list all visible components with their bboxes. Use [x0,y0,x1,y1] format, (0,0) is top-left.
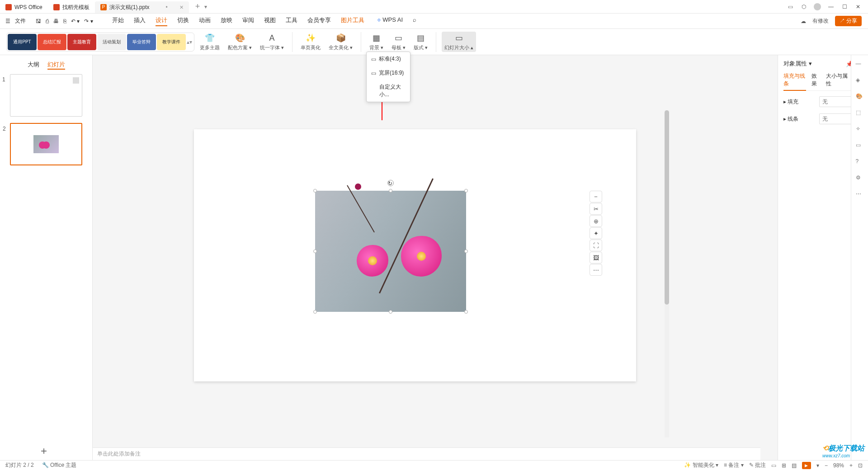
wps-ai-button[interactable]: ⟡ WPS AI [377,16,403,26]
vertical-scrollbar[interactable] [665,110,669,437]
menu-slideshow[interactable]: 放映 [221,16,232,26]
slideshow-icon[interactable]: ▶ [802,462,811,469]
tool-style-icon[interactable]: 🎨 [856,93,864,101]
undo-icon[interactable]: ↶ ▾ [71,18,80,24]
picture-icon[interactable]: 🖼 [590,252,602,263]
collapse-icon[interactable]: — [856,61,864,69]
view-reading-icon[interactable]: ▤ [792,462,797,469]
single-page-beautify[interactable]: ✨单页美化 [298,32,323,52]
template-theme[interactable]: 主题教育 [67,34,96,50]
redo-icon[interactable]: ↷ ▾ [84,18,93,24]
full-beautify[interactable]: 📦全文美化 ▾ [326,32,355,52]
master-button[interactable]: ▭母板 ▾ [389,32,408,52]
handle-n[interactable] [389,189,392,193]
crop-icon[interactable]: ✂ [590,203,602,215]
minimize-icon[interactable]: — [827,3,835,10]
new-tab-button[interactable]: + [195,2,200,11]
fill-label[interactable]: ▸ 填充 [783,98,798,106]
notes-toggle[interactable]: ≡ 备注 ▾ [724,461,744,469]
cloud-sync-icon[interactable]: ☁ [801,18,806,24]
template-scroll[interactable]: ▴▾ [187,34,193,50]
menu-review[interactable]: 审阅 [242,16,254,26]
zoom-out-icon[interactable]: − [590,191,602,202]
thumbnail-1[interactable]: 1 [10,74,82,117]
menu-transition[interactable]: 切换 [177,16,189,26]
menu-view[interactable]: 视图 [264,16,276,26]
line-label[interactable]: ▸ 线条 [783,115,798,123]
size-widescreen[interactable]: ▭宽屏(16:9) [367,66,410,80]
save-icon[interactable]: 🖫 [36,18,41,24]
scrollbar-thumb[interactable] [665,110,669,305]
more-icon[interactable]: ⋯ [590,264,602,276]
menu-icon[interactable]: ☰ [5,18,10,24]
maximize-icon[interactable]: ☐ [841,3,848,10]
tool-diamond-icon[interactable]: ◈ [856,77,864,85]
menu-insert[interactable]: 插入 [134,16,146,26]
handle-sw[interactable] [313,310,317,314]
menu-start[interactable]: 开始 [112,16,124,26]
add-slide-button[interactable]: + [41,445,47,457]
slide-size-button[interactable]: ▭幻灯片大小 ▴ [442,32,476,52]
template-event[interactable]: 活动策划 [97,34,126,50]
unify-font-button[interactable]: A统一字体 ▾ [257,32,287,52]
tool-ai-icon[interactable]: ✧ [856,126,864,134]
tool-more-icon[interactable]: ⋯ [856,191,864,199]
color-scheme-button[interactable]: 🎨配色方案 ▾ [225,32,255,52]
zoom-level[interactable]: 98% [833,462,844,469]
smart-beautify[interactable]: ✨ 智能美化 ▾ [684,461,718,469]
print-icon[interactable]: 🖶 [53,18,59,24]
template-graduation[interactable]: 毕业答辩 [127,34,156,50]
menu-tools[interactable]: 工具 [286,16,297,26]
close-icon[interactable]: ✕ [854,3,862,10]
fit-icon[interactable]: ⊡ [858,462,863,469]
close-tab-icon[interactable]: ✕ [179,5,184,10]
background-button[interactable]: ▦背景 ▾ [367,32,386,52]
selected-image[interactable] [315,191,466,312]
thumbnail-2[interactable]: 2 [10,123,82,165]
tool-plugin-icon[interactable]: ⚙ [856,174,864,183]
zoom-out-btn[interactable]: − [825,462,828,469]
preview-icon[interactable]: ⎘ [63,18,66,24]
view-normal-icon[interactable]: ▭ [771,462,776,469]
size-custom[interactable]: 自定义大小... [367,80,410,102]
tool-help-icon[interactable]: ? [856,158,864,166]
menu-member[interactable]: 会员专享 [307,16,331,26]
tab-wps-office[interactable]: WPS Office [0,1,48,13]
handle-s[interactable] [389,310,392,314]
handle-e[interactable] [464,249,468,253]
panel-title[interactable]: 对象属性 ▾ [783,60,812,68]
menu-design[interactable]: 设计 [156,16,167,26]
comments-toggle[interactable]: ✎ 批注 [749,461,766,469]
magic-icon[interactable]: ✦ [590,227,602,239]
zoom-in-btn[interactable]: + [849,462,853,469]
handle-se[interactable] [464,310,468,314]
outline-tab[interactable]: 大纲 [28,61,39,70]
window-layout-icon[interactable]: ▭ [787,3,794,10]
fullscreen-icon[interactable]: ⛶ [590,240,602,251]
notes-area[interactable]: 单击此处添加备注 [93,447,760,460]
rotate-handle[interactable]: ↻ [387,180,394,186]
more-themes-button[interactable]: 👕更多主题 [197,32,222,52]
slide-canvas[interactable]: ↻ [194,129,636,381]
cube-icon[interactable]: ⬡ [800,3,807,10]
tab-current-doc[interactable]: P 演示文稿(1).pptx • ✕ [95,1,189,13]
tool-panel-icon[interactable]: ▭ [856,142,864,150]
handle-nw[interactable] [313,189,317,193]
search-icon[interactable]: ⌕ [413,16,416,26]
file-menu[interactable]: 文件 [15,17,26,25]
template-summary[interactable]: 总结汇报 [38,34,66,50]
tab-fill-line[interactable]: 填充与线条 [783,72,806,91]
export-icon[interactable]: ⎙ [46,18,49,24]
tab-size-prop[interactable]: 大小与属性 [826,72,849,88]
menu-picture-tools[interactable]: 图片工具 [341,16,364,26]
size-standard[interactable]: ▭标准(4:3) [367,52,410,66]
slideshow-dropdown-icon[interactable]: ▾ [816,462,819,469]
tab-effect[interactable]: 效果 [811,72,821,88]
share-button[interactable]: ↗ 分享 [835,16,862,26]
avatar[interactable] [814,3,821,10]
tab-list-icon[interactable]: ▾ [204,4,207,10]
view-sorter-icon[interactable]: ⊞ [782,462,786,469]
slides-tab[interactable]: 幻灯片 [47,61,65,70]
tool-layout-icon[interactable]: ⬚ [856,109,864,118]
zoom-in-icon[interactable]: ⊕ [590,215,602,227]
